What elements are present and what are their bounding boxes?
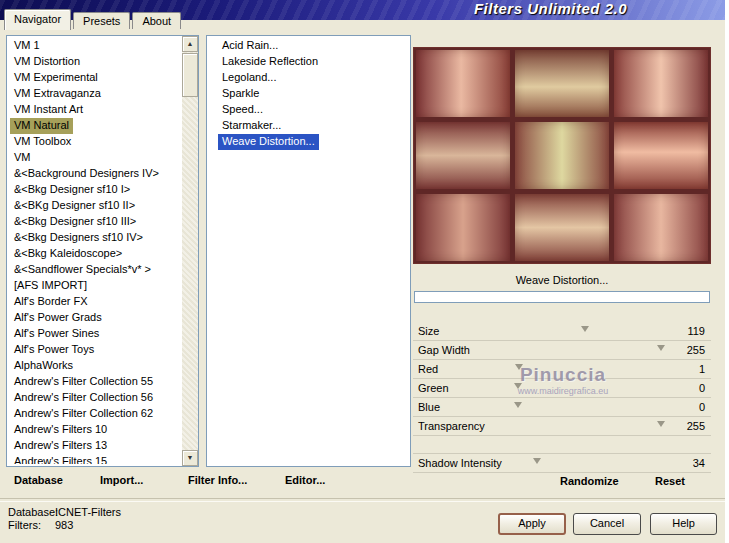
- param-slider-track[interactable]: [518, 454, 661, 472]
- editor-button[interactable]: Editor...: [285, 474, 325, 486]
- filter-item[interactable]: Speed...: [218, 102, 267, 118]
- category-item[interactable]: VM Instant Art: [10, 102, 87, 118]
- param-slider-track[interactable]: [518, 417, 661, 435]
- param-label: Gap Width: [418, 341, 470, 359]
- param-slider-thumb[interactable]: [514, 383, 522, 389]
- param-slider-track[interactable]: [518, 379, 661, 397]
- category-item[interactable]: VM Natural: [10, 118, 73, 134]
- reset-button[interactable]: Reset: [655, 475, 685, 487]
- weave-tile: [614, 50, 708, 117]
- param-row: Size 119: [413, 322, 711, 341]
- scroll-down-icon[interactable]: ▼: [182, 450, 198, 466]
- category-item[interactable]: &<Bkg Designers sf10 IV>: [10, 230, 147, 246]
- param-value: 1: [699, 360, 705, 378]
- status-filters: Filters: 983: [8, 519, 208, 531]
- param-slider-track[interactable]: [518, 398, 661, 416]
- param-slider-track[interactable]: [518, 341, 661, 359]
- weave-tile: [515, 122, 609, 189]
- filter-item[interactable]: Weave Distortion...: [218, 134, 319, 150]
- status-database: Database: ICNET-Filters: [8, 506, 208, 518]
- param-slider-thumb[interactable]: [515, 364, 523, 370]
- category-list-panel: VM 1VM DistortionVM ExperimentalVM Extra…: [6, 35, 199, 467]
- tab[interactable]: About: [132, 12, 181, 29]
- category-item[interactable]: Andrew's Filters 13: [10, 438, 111, 454]
- category-item[interactable]: Alf's Power Grads: [10, 310, 106, 326]
- filter-item[interactable]: Sparkle: [218, 86, 263, 102]
- category-item[interactable]: VM: [10, 150, 35, 166]
- weave-tile: [416, 50, 510, 117]
- category-item[interactable]: VM Extravaganza: [10, 86, 105, 102]
- filter-item[interactable]: Acid Rain...: [218, 38, 282, 54]
- param-row: Red 1: [413, 360, 711, 379]
- status-filters-value: 983: [55, 519, 73, 531]
- help-button[interactable]: Help: [650, 513, 717, 535]
- window-edge: [725, 0, 729, 543]
- weave-tile: [416, 122, 510, 189]
- filter-item[interactable]: Lakeside Reflection: [218, 54, 322, 70]
- tab-strip: NavigatorPresetsAbout: [4, 9, 183, 30]
- category-item[interactable]: Andrew's Filter Collection 62: [10, 406, 157, 422]
- category-item[interactable]: Alf's Border FX: [10, 294, 92, 310]
- category-item[interactable]: &<Bkg Kaleidoscope>: [10, 246, 126, 262]
- param-slider-thumb[interactable]: [514, 402, 522, 408]
- weave-tile: [614, 194, 708, 261]
- param-label: Green: [418, 379, 449, 397]
- category-items: VM 1VM DistortionVM ExperimentalVM Extra…: [8, 38, 181, 464]
- filter-info-button[interactable]: Filter Info...: [188, 474, 247, 486]
- category-item[interactable]: &<Background Designers IV>: [10, 166, 163, 182]
- param-slider-track[interactable]: [518, 360, 661, 378]
- category-item[interactable]: Andrew's Filters 10: [10, 422, 111, 438]
- param-label: Transparency: [418, 417, 485, 435]
- filter-item[interactable]: Legoland...: [218, 70, 280, 86]
- param-slider-thumb[interactable]: [533, 458, 541, 464]
- scroll-up-icon[interactable]: ▲: [182, 36, 198, 52]
- category-item[interactable]: &<Sandflower Specials*v* >: [10, 262, 155, 278]
- scrollbar-thumb[interactable]: [182, 53, 198, 97]
- tab[interactable]: Presets: [73, 12, 130, 29]
- import-button[interactable]: Import...: [100, 474, 143, 486]
- param-value: 255: [687, 417, 705, 435]
- param-slider-track[interactable]: [518, 322, 661, 340]
- category-item[interactable]: &<BKg Designer sf10 II>: [10, 198, 139, 214]
- param-row: Green 0: [413, 379, 711, 398]
- filter-preview-image[interactable]: [413, 47, 711, 264]
- status-database-value: ICNET-Filters: [55, 506, 121, 518]
- preview-panel: Weave Distortion... Size 119 Gap Width 2…: [413, 35, 713, 492]
- parameter-list: Size 119 Gap Width 255 Red 1 Green 0 Blu…: [413, 322, 711, 473]
- param-slider-thumb[interactable]: [581, 326, 589, 332]
- category-scrollbar[interactable]: ▲ ▼: [182, 36, 198, 466]
- randomize-button[interactable]: Randomize: [560, 475, 619, 487]
- param-value: 34: [693, 454, 705, 472]
- category-item[interactable]: Andrew's Filter Collection 56: [10, 390, 157, 406]
- param-row: Shadow Intensity 34: [413, 453, 711, 473]
- param-slider-thumb[interactable]: [657, 421, 665, 427]
- selected-filter-caption: Weave Distortion...: [413, 274, 711, 286]
- category-item[interactable]: [AFS IMPORT]: [10, 278, 91, 294]
- filter-list-panel: Acid Rain...Lakeside ReflectionLegoland.…: [206, 35, 411, 467]
- weave-tile: [515, 50, 609, 117]
- param-value: 0: [699, 398, 705, 416]
- category-item[interactable]: VM Distortion: [10, 54, 84, 70]
- cancel-button[interactable]: Cancel: [573, 513, 641, 535]
- database-button[interactable]: Database: [14, 474, 63, 486]
- param-row: Gap Width 255: [413, 341, 711, 360]
- param-value: 0: [699, 379, 705, 397]
- param-label: Size: [418, 322, 439, 340]
- category-item[interactable]: VM Experimental: [10, 70, 102, 86]
- filter-item[interactable]: Starmaker...: [218, 118, 285, 134]
- category-item[interactable]: &<Bkg Designer sf10 I>: [10, 182, 134, 198]
- separator: [0, 498, 729, 502]
- category-item[interactable]: Alf's Power Sines: [10, 326, 103, 342]
- weave-tile: [416, 194, 510, 261]
- window-title: Filters Unlimited 2.0: [474, 0, 627, 17]
- category-item[interactable]: &<Bkg Designer sf10 III>: [10, 214, 140, 230]
- param-slider-thumb[interactable]: [657, 345, 665, 351]
- category-item[interactable]: Andrew's Filters 15: [10, 454, 111, 464]
- tab[interactable]: Navigator: [4, 9, 71, 30]
- category-item[interactable]: VM Toolbox: [10, 134, 75, 150]
- category-item[interactable]: AlphaWorks: [10, 358, 77, 374]
- apply-button[interactable]: Apply: [498, 513, 566, 535]
- category-item[interactable]: Alf's Power Toys: [10, 342, 98, 358]
- category-item[interactable]: VM 1: [10, 38, 44, 54]
- category-item[interactable]: Andrew's Filter Collection 55: [10, 374, 157, 390]
